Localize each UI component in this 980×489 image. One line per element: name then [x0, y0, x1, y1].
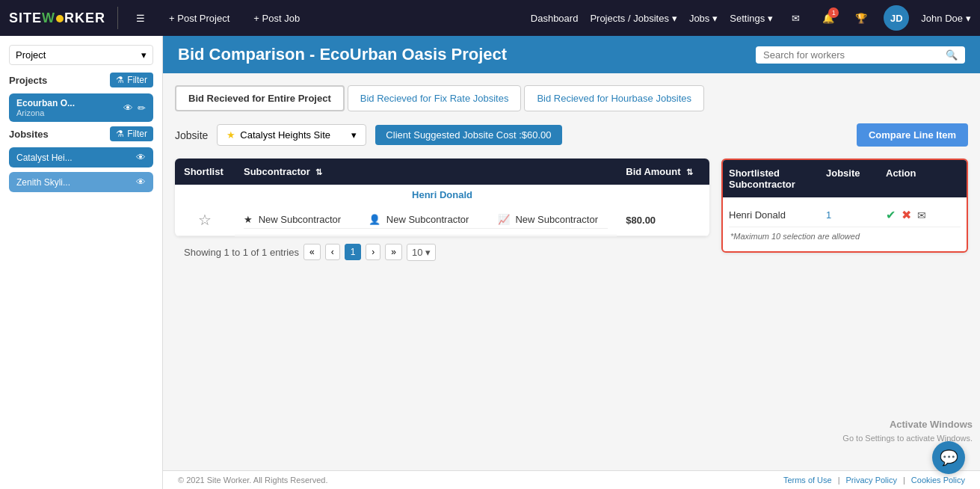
chevron-down-icon: ▾	[425, 247, 431, 258]
filter-icon: ⚗	[116, 75, 124, 85]
col-shortlist: Shortlist	[175, 159, 235, 185]
footer-links: Terms of Use | Privacy Policy | Cookies …	[783, 476, 965, 485]
sidebar: Project ▾ Projects ⚗ Filter Ecourban O..…	[0, 36, 163, 489]
sidebar-item-zenith[interactable]: Zenith Skyli... 👁	[9, 172, 153, 192]
logo-site: SITE	[9, 10, 42, 25]
reject-action[interactable]: ✖	[902, 208, 911, 222]
edit-icon[interactable]: ✏	[138, 102, 146, 114]
terms-link[interactable]: Terms of Use	[783, 476, 832, 485]
sort-icon[interactable]: ⇅	[686, 167, 693, 176]
chevron-down-icon: ▾	[141, 49, 147, 61]
nav-jobs[interactable]: Jobs ▾	[689, 13, 718, 24]
projects-section-header: Projects ⚗ Filter	[9, 73, 153, 87]
notification-badge: 1	[828, 7, 839, 18]
person-icon: 👤	[369, 214, 380, 225]
search-icon: 🔍	[946, 49, 958, 61]
projects-filter-button[interactable]: ⚗ Filter	[110, 73, 153, 87]
eye-icon[interactable]: 👁	[136, 152, 146, 163]
tab-hourbase[interactable]: Bid Recieved for Hourbase Jobsites	[524, 85, 704, 111]
shortlist-header: Shortlisted Subcontractor Jobsite Action	[723, 160, 967, 197]
jobsites-title: Jobsites	[9, 129, 49, 140]
star-icon[interactable]: ☆	[198, 212, 212, 228]
jobsites-filter-button[interactable]: ⚗ Filter	[110, 126, 153, 141]
filter-icon: ⚗	[116, 129, 124, 139]
table-row: ☆ ➜ ★ New Subcontractor	[175, 205, 709, 236]
post-project-button[interactable]: + Post Project	[163, 10, 235, 27]
per-page-select[interactable]: 10 ▾	[407, 244, 436, 261]
user-name[interactable]: John Doe ▾	[921, 13, 971, 24]
jobsite-label: Jobsite	[175, 129, 208, 141]
tab-fix-rate[interactable]: Bid Recieved for Fix Rate Jobsites	[348, 85, 522, 111]
sidebar-item-catalyst[interactable]: Catalyst Hei... 👁	[9, 147, 153, 167]
pagination: Showing 1 to 1 of 1 entries « ‹ 1 › » 10…	[175, 236, 709, 268]
project-dropdown[interactable]: Project ▾	[9, 45, 153, 65]
bid-table-wrapper: Shortlist Subcontractor ⇅ Bid Amount ⇅	[175, 159, 709, 268]
tab-entire-project[interactable]: Bid Recieved for Entire Project	[175, 85, 345, 111]
next-page-button[interactable]: ›	[366, 244, 380, 260]
copyright: © 2021 Site Worker. All Rights Reserved.	[178, 476, 328, 485]
eye-icon[interactable]: 👁	[136, 176, 146, 188]
shortlist-col1-header: Shortlisted Subcontractor	[729, 167, 826, 190]
compare-line-item-button[interactable]: Compare Line Item	[857, 123, 968, 147]
email-action[interactable]: ✉	[917, 209, 926, 221]
bid-area: Shortlist Subcontractor ⇅ Bid Amount ⇅	[175, 159, 968, 268]
eye-icon[interactable]: 👁	[123, 102, 133, 114]
shortlist-row: Henri Donald 1 ✔ ✖ ✉	[729, 203, 961, 227]
bid-table: Shortlist Subcontractor ⇅ Bid Amount ⇅	[175, 159, 709, 236]
subcontractor-name: Henri Donald	[175, 185, 709, 205]
approve-action[interactable]: ✔	[886, 208, 896, 222]
page-1-button[interactable]: 1	[345, 244, 362, 260]
red-arrow-icon: ➜	[175, 202, 181, 236]
post-job-button[interactable]: + Post Job	[247, 10, 306, 27]
shortlist-person-name: Henri Donald	[729, 209, 826, 221]
footer: © 2021 Site Worker. All Rights Reserved.…	[163, 470, 980, 489]
new-sub-1[interactable]: ★ New Subcontractor	[244, 211, 360, 229]
col-bid-amount: Bid Amount ⇅	[617, 159, 709, 185]
table-header-row: Shortlist Subcontractor ⇅ Bid Amount ⇅	[175, 159, 709, 185]
shortlist-jobsite-count[interactable]: 1	[826, 209, 886, 221]
sidebar-item-text: Ecourban O... Arizona	[16, 98, 75, 117]
email-icon[interactable]: ✉	[785, 7, 806, 28]
nav-projects-jobsites[interactable]: Projects / Jobsites ▾	[590, 13, 677, 24]
jobsite-row: Jobsite ★ Catalyst Heights Site ▾ Client…	[175, 123, 968, 147]
search-input[interactable]	[763, 49, 941, 61]
content-area: Bid Recieved for Entire Project Bid Reci…	[163, 73, 980, 470]
trophy-icon[interactable]: 🏆	[851, 7, 872, 28]
top-nav: SITEWRKER ☰ + Post Project + Post Job Da…	[0, 0, 980, 36]
hamburger-button[interactable]: ☰	[130, 10, 151, 27]
page-title: Bid Comparison - EcoUrban Oasis Project	[178, 45, 507, 64]
nav-divider	[117, 7, 118, 29]
shortlist-star-cell[interactable]: ☆ ➜	[175, 205, 235, 236]
shortlist-panel: Shortlisted Subcontractor Jobsite Action…	[721, 159, 968, 253]
shortlist-col2-header: Jobsite	[826, 167, 886, 190]
chevron-down-icon: ▾	[712, 13, 718, 24]
cookies-link[interactable]: Cookies Policy	[911, 476, 965, 485]
privacy-link[interactable]: Privacy Policy	[846, 476, 897, 485]
jobsite-select[interactable]: ★ Catalyst Heights Site ▾	[217, 124, 366, 146]
col-subcontractor: Subcontractor ⇅	[235, 159, 617, 185]
avatar[interactable]: JD	[884, 5, 909, 31]
first-page-button[interactable]: «	[303, 244, 321, 260]
bell-icon[interactable]: 🔔 1	[818, 7, 839, 28]
last-page-button[interactable]: »	[385, 244, 402, 260]
project-item-actions: 👁 ✏	[123, 102, 146, 114]
tabs: Bid Recieved for Entire Project Bid Reci…	[175, 85, 968, 111]
new-sub-2[interactable]: 👤 New Subcontractor	[360, 211, 489, 229]
star-icon: ★	[244, 214, 253, 225]
prev-page-button[interactable]: ‹	[325, 244, 340, 260]
shortlist-col3-header: Action	[886, 167, 961, 190]
logo-suffix: RKER	[64, 10, 105, 25]
sort-icon[interactable]: ⇅	[315, 167, 322, 176]
nav-settings[interactable]: Settings ▾	[730, 13, 773, 24]
search-box[interactable]: 🔍	[756, 46, 965, 64]
chevron-down-icon: ▾	[672, 13, 677, 24]
chat-bubble[interactable]: 💬	[932, 441, 965, 474]
nav-dashboard[interactable]: Dashboard	[531, 13, 579, 24]
logo: SITEWRKER	[9, 10, 105, 26]
sidebar-item-project[interactable]: Ecourban O... Arizona 👁 ✏	[9, 93, 153, 122]
chevron-down-icon: ▾	[351, 129, 357, 141]
bid-amount-cell: $80.00	[617, 205, 709, 236]
chevron-down-icon: ▾	[768, 13, 773, 24]
shortlist-note: *Maximum 10 selection are allowed	[729, 227, 961, 245]
new-sub-3[interactable]: 📈 New Subcontractor	[489, 211, 608, 229]
